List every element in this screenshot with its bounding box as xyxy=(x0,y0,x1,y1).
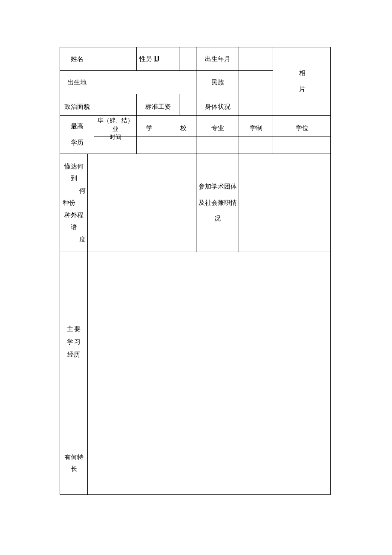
assoc-l3: 况 xyxy=(214,211,221,227)
label-birth: 出生年月 xyxy=(196,47,239,71)
label-birthplace: 出生地 xyxy=(60,71,94,94)
label-photo-1: 相 xyxy=(299,65,306,81)
study-row-2: 学 习 xyxy=(62,335,86,348)
value-study-history[interactable] xyxy=(88,252,331,431)
value-birth[interactable] xyxy=(239,47,273,71)
value-salary[interactable] xyxy=(179,94,196,116)
lang-l4: 种外程语 xyxy=(62,209,86,233)
label-salary: 标准工资 xyxy=(137,94,179,116)
label-health: 身体状况 xyxy=(196,94,239,116)
value-grad-time[interactable] xyxy=(94,137,137,154)
assoc-l2: 及社会兼职情 xyxy=(199,195,237,211)
label-grad-time-1: 毕（肄、结）业 xyxy=(96,116,135,133)
form-table: 姓名 性另 IJ 出生年月 出生地 民族 相 片 政治面貌 标准工资 身体状况 … xyxy=(60,47,331,495)
study-row-1: 主 要 xyxy=(62,323,86,335)
lang-l5: 度 xyxy=(79,233,86,246)
lang-l1: 懂达何到 xyxy=(62,160,86,185)
label-study-history: 主 要 学 习 经历 xyxy=(60,252,88,431)
value-sex[interactable] xyxy=(179,47,196,71)
label-highest-edu: 最高 学历 xyxy=(60,116,94,154)
assoc-l1: 参加学术团体 xyxy=(199,179,237,195)
value-politics[interactable] xyxy=(94,94,137,116)
value-languages[interactable] xyxy=(88,154,196,252)
label-politics: 政治面貌 xyxy=(60,94,94,116)
value-name[interactable] xyxy=(94,47,137,71)
label-sex: 性另 IJ xyxy=(137,47,179,71)
label-school-a: 学 xyxy=(146,122,153,134)
value-associations[interactable] xyxy=(239,154,331,252)
lang-l3: 种份 xyxy=(62,197,75,209)
lang-l2: 何 xyxy=(79,185,86,197)
label-sex-prefix: 性另 xyxy=(139,53,152,65)
label-photo-2: 片 xyxy=(299,81,306,98)
label-major: 专业 xyxy=(196,116,239,137)
label-associations: 参加学术团体 及社会兼职情 况 xyxy=(196,154,239,252)
study-a: 主 xyxy=(67,323,73,335)
value-system[interactable] xyxy=(239,137,273,154)
label-ethnicity: 民族 xyxy=(196,71,239,94)
label-grad-time: 毕（肄、结）业 时间 xyxy=(94,116,137,137)
label-specialty: 有何特长 xyxy=(60,431,88,495)
value-birthplace[interactable] xyxy=(94,71,196,94)
study-b: 要 xyxy=(74,323,81,335)
label-school: 学 校 xyxy=(137,116,196,137)
label-name: 姓名 xyxy=(60,47,94,71)
label-edu-top: 最高 xyxy=(71,121,84,132)
value-school[interactable] xyxy=(137,137,196,154)
value-specialty[interactable] xyxy=(88,431,331,495)
value-degree[interactable] xyxy=(273,137,331,154)
value-ethnicity[interactable] xyxy=(239,71,273,94)
photo-box: 相 片 xyxy=(273,47,331,116)
label-system: 学制 xyxy=(239,116,273,137)
study-c: 学 xyxy=(67,335,73,348)
study-e: 经历 xyxy=(67,348,80,361)
label-degree: 学位 xyxy=(273,116,331,137)
study-d: 习 xyxy=(74,335,81,348)
label-sex-suffix: IJ xyxy=(154,52,159,66)
label-school-b: 校 xyxy=(180,122,187,134)
value-major[interactable] xyxy=(196,137,239,154)
label-edu-bottom: 学历 xyxy=(71,137,84,148)
label-languages: 懂达何到 何 种份 种外程语 度 xyxy=(60,154,88,252)
value-health[interactable] xyxy=(239,94,273,116)
